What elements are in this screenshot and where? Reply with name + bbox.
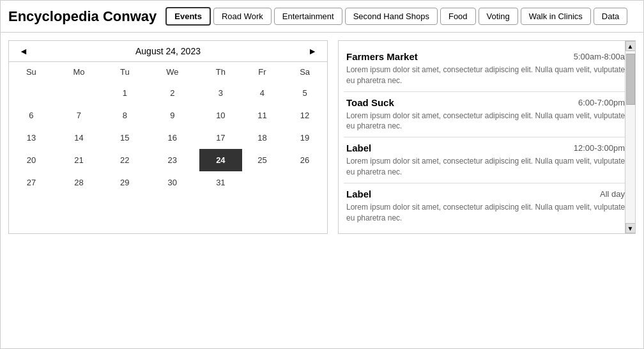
tab-data[interactable]: Data xyxy=(594,8,627,25)
event-name: Farmers Market xyxy=(346,51,418,62)
day-header-sa: Sa xyxy=(282,62,327,82)
calendar-grid: Su Mo Tu We Th Fr Sa 1 2 3 4 5 xyxy=(9,62,327,194)
events-panel: Farmers Market 5:00am-8:00a › Lorem ipsu… xyxy=(338,40,636,234)
calendar-header: ◄ August 24, 2023 ► xyxy=(9,41,327,62)
event-name: Label xyxy=(346,143,371,153)
event-desc: Lorem ipsum dolor sit amet, consectetur … xyxy=(346,111,630,132)
calendar-day[interactable]: 8 xyxy=(104,104,146,127)
calendar-day[interactable]: 1 xyxy=(104,82,146,104)
calendar-day[interactable] xyxy=(54,82,104,104)
calendar-day[interactable]: 12 xyxy=(282,104,327,127)
calendar-day[interactable]: 5 xyxy=(282,82,327,104)
calendar-day[interactable]: 22 xyxy=(104,149,146,171)
event-header: Toad Suck 6:00-7:00pm › xyxy=(346,97,630,108)
calendar-day[interactable]: 26 xyxy=(282,149,327,171)
tab-road-work[interactable]: Road Work xyxy=(213,8,272,25)
calendar-day[interactable] xyxy=(9,82,54,104)
day-header-mo: Mo xyxy=(54,62,104,82)
calendar-day[interactable]: 17 xyxy=(199,127,242,149)
scroll-up-btn[interactable]: ▲ xyxy=(625,41,636,51)
calendar-day[interactable]: 11 xyxy=(242,104,282,127)
event-desc: Lorem ipsum dolor sit amet, consectetur … xyxy=(346,202,630,224)
calendar-day[interactable]: 4 xyxy=(242,82,282,104)
scrollbar-track: ▲ ▼ xyxy=(625,41,635,233)
event-name: Toad Suck xyxy=(346,97,394,108)
calendar-day[interactable]: 7 xyxy=(54,104,104,127)
calendar-day[interactable]: 31 xyxy=(199,171,242,194)
calendar-month-label: August 24, 2023 xyxy=(135,46,201,56)
calendar-day[interactable]: 25 xyxy=(242,149,282,171)
calendar-day[interactable]: 23 xyxy=(146,149,200,171)
event-time: 5:00am-8:00a › xyxy=(574,52,630,61)
event-item-toad-suck[interactable]: Toad Suck 6:00-7:00pm › Lorem ipsum dolo… xyxy=(344,92,632,138)
event-item-farmers-market[interactable]: Farmers Market 5:00am-8:00a › Lorem ipsu… xyxy=(344,46,632,92)
calendar-day[interactable]: 30 xyxy=(146,171,200,194)
event-time: 6:00-7:00pm › xyxy=(578,98,630,107)
calendar-day[interactable]: 3 xyxy=(199,82,242,104)
tab-voting[interactable]: Voting xyxy=(479,8,518,25)
calendar-day[interactable]: 20 xyxy=(9,149,54,171)
event-item-label-1[interactable]: Label 12:00-3:00pm › Lorem ipsum dolor s… xyxy=(344,137,632,183)
app-title: Encyclopedia Conway xyxy=(8,8,157,25)
day-header-th: Th xyxy=(199,62,242,82)
event-name: Label xyxy=(346,189,371,199)
day-header-su: Su xyxy=(9,62,54,82)
calendar-day[interactable]: 29 xyxy=(104,171,146,194)
day-header-fr: Fr xyxy=(242,62,282,82)
calendar-next-btn[interactable]: ► xyxy=(304,45,321,58)
event-header: Farmers Market 5:00am-8:00a › xyxy=(346,51,630,62)
main-content: ◄ August 24, 2023 ► Su Mo Tu We Th Fr Sa xyxy=(1,33,643,242)
day-header-tu: Tu xyxy=(104,62,146,82)
calendar-day[interactable]: 28 xyxy=(54,171,104,194)
event-time: 12:00-3:00pm › xyxy=(574,143,630,153)
calendar-day-today[interactable]: 24 xyxy=(199,149,242,171)
calendar-day[interactable]: 19 xyxy=(282,127,327,149)
calendar-day[interactable]: 16 xyxy=(146,127,200,149)
calendar-prev-btn[interactable]: ◄ xyxy=(15,45,32,58)
calendar: ◄ August 24, 2023 ► Su Mo Tu We Th Fr Sa xyxy=(8,40,328,234)
event-desc: Lorem ipsum dolor sit amet, consectetur … xyxy=(346,156,630,178)
calendar-day[interactable]: 27 xyxy=(9,171,54,194)
calendar-day[interactable]: 6 xyxy=(9,104,54,127)
calendar-day[interactable]: 15 xyxy=(104,127,146,149)
event-header: Label 12:00-3:00pm › xyxy=(346,143,630,153)
calendar-day[interactable]: 21 xyxy=(54,149,104,171)
events-scroll-area: Farmers Market 5:00am-8:00a › Lorem ipsu… xyxy=(339,41,635,233)
tab-second-hand-shops[interactable]: Second Hand Shops xyxy=(345,8,438,25)
calendar-day[interactable]: 18 xyxy=(242,127,282,149)
scroll-down-btn[interactable]: ▼ xyxy=(625,223,636,233)
calendar-day[interactable]: 9 xyxy=(146,104,200,127)
scroll-thumb[interactable] xyxy=(626,54,635,105)
calendar-day[interactable]: 13 xyxy=(9,127,54,149)
calendar-day[interactable] xyxy=(242,171,282,194)
calendar-day[interactable]: 2 xyxy=(146,82,200,104)
tab-entertainment[interactable]: Entertainment xyxy=(274,8,342,25)
tab-events[interactable]: Events xyxy=(165,7,211,26)
calendar-day[interactable] xyxy=(282,171,327,194)
tab-food[interactable]: Food xyxy=(440,8,476,25)
calendar-day[interactable]: 14 xyxy=(54,127,104,149)
day-header-we: We xyxy=(146,62,200,82)
tab-walk-in-clinics[interactable]: Walk in Clinics xyxy=(521,8,591,25)
event-desc: Lorem ipsum dolor sit amet, consectetur … xyxy=(346,65,630,86)
event-item-label-2[interactable]: Label All day › Lorem ipsum dolor sit am… xyxy=(344,183,632,229)
header: Encyclopedia Conway Events Road Work Ent… xyxy=(1,1,643,33)
event-header: Label All day › xyxy=(346,189,630,199)
calendar-day[interactable]: 10 xyxy=(199,104,242,127)
